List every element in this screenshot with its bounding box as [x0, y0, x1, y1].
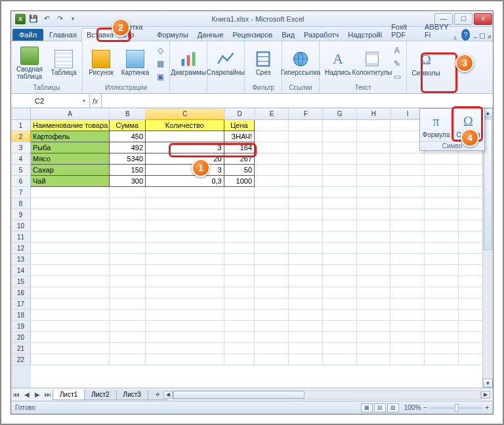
- close-button[interactable]: ✕: [474, 13, 492, 25]
- row-header[interactable]: 21: [11, 343, 31, 354]
- clipart-button[interactable]: Картинка: [119, 43, 151, 84]
- sheet-nav-first-icon[interactable]: ⏮: [11, 390, 22, 400]
- hyperlink-button[interactable]: Гиперссылка: [285, 43, 316, 84]
- fx-icon[interactable]: fx: [93, 97, 98, 105]
- formula-input[interactable]: [102, 94, 493, 108]
- picture-button[interactable]: Рисунок: [85, 43, 117, 84]
- col-header[interactable]: A: [31, 108, 110, 120]
- screenshot-icon[interactable]: ▣: [154, 71, 167, 83]
- row-header[interactable]: 22: [11, 354, 31, 365]
- tab-review[interactable]: Рецензиров: [228, 29, 278, 41]
- save-icon[interactable]: 💾: [28, 14, 39, 24]
- sheet-nav-last-icon[interactable]: ⏭: [43, 390, 53, 400]
- shapes-icon[interactable]: ◇: [154, 45, 167, 56]
- row-header[interactable]: 2: [11, 131, 31, 142]
- col-header[interactable]: D: [225, 108, 255, 120]
- scroll-down-icon[interactable]: ▼: [483, 378, 493, 388]
- tab-developer[interactable]: Разработч: [299, 29, 343, 41]
- row-header[interactable]: 7: [11, 187, 31, 198]
- col-header[interactable]: F: [289, 108, 323, 120]
- cell[interactable]: ЗНАЧ!: [224, 131, 255, 142]
- mdi-restore-icon[interactable]: ☐: [479, 32, 486, 41]
- zoom-slider[interactable]: [430, 407, 482, 409]
- row-header[interactable]: 11: [11, 232, 31, 243]
- view-normal-icon[interactable]: ▦: [361, 403, 373, 413]
- cell[interactable]: 450: [110, 131, 146, 142]
- view-pagelayout-icon[interactable]: ▤: [374, 403, 386, 413]
- headerfooter-button[interactable]: Колонтитулы: [356, 43, 388, 84]
- cell[interactable]: Чай: [31, 176, 110, 187]
- redo-icon[interactable]: ↷: [54, 14, 65, 24]
- cell[interactable]: 1000: [224, 176, 255, 187]
- tab-home[interactable]: Главная: [45, 29, 81, 41]
- cell[interactable]: Мясо: [31, 153, 110, 165]
- row-header[interactable]: 6: [11, 176, 31, 187]
- textbox-button[interactable]: A Надпись: [322, 43, 354, 84]
- qat-dropdown-icon[interactable]: ▾: [68, 14, 78, 24]
- cell[interactable]: 0,3: [146, 176, 224, 187]
- charts-button[interactable]: Диаграммы: [173, 43, 204, 84]
- pivottable-button[interactable]: Сводная таблица: [14, 43, 45, 84]
- row-header[interactable]: 16: [11, 287, 31, 298]
- row-header[interactable]: 1: [11, 120, 31, 131]
- scroll-thumb[interactable]: [173, 391, 304, 399]
- horizontal-scrollbar[interactable]: ◀ ▶: [173, 390, 481, 399]
- equation-button[interactable]: π Формула: [420, 109, 452, 141]
- cell[interactable]: 5340: [110, 153, 146, 165]
- scroll-left-icon[interactable]: ◀: [163, 391, 173, 399]
- cell[interactable]: 3: [146, 142, 224, 153]
- row-header[interactable]: 9: [11, 209, 31, 220]
- row-header[interactable]: 3: [11, 142, 31, 153]
- smartart-icon[interactable]: ▦: [154, 58, 167, 70]
- row-header[interactable]: 5: [11, 165, 31, 176]
- tab-abbyy[interactable]: ABBYY Fi: [420, 21, 453, 41]
- cell[interactable]: 492: [110, 142, 146, 153]
- tab-foxit[interactable]: Foxit PDF: [387, 21, 420, 41]
- cell[interactable]: 300: [110, 176, 146, 187]
- row-header[interactable]: 17: [11, 298, 31, 310]
- row-header[interactable]: 14: [11, 265, 31, 276]
- scroll-right-icon[interactable]: ▶: [481, 391, 490, 399]
- sheet-tab[interactable]: Лист2: [84, 390, 116, 400]
- sigline-icon[interactable]: ✎: [390, 58, 404, 70]
- mdi-close-icon[interactable]: ×: [486, 33, 493, 41]
- cell[interactable]: Рыба: [31, 142, 110, 153]
- col-header[interactable]: B: [110, 108, 146, 120]
- cell[interactable]: 3: [146, 165, 224, 176]
- tab-addins[interactable]: Надстройі: [343, 29, 387, 41]
- row-header[interactable]: 20: [11, 332, 31, 343]
- cell[interactable]: 20: [146, 153, 224, 165]
- row-header[interactable]: 13: [11, 254, 31, 265]
- view-pagebreak-icon[interactable]: ▧: [387, 403, 399, 413]
- help-icon[interactable]: ?: [461, 29, 471, 41]
- sheet-tab[interactable]: Лист3: [116, 390, 148, 400]
- select-all-corner[interactable]: [11, 108, 31, 120]
- cell[interactable]: 50: [224, 165, 255, 176]
- table-header[interactable]: Сумма: [110, 120, 146, 131]
- active-cell[interactable]: [146, 131, 224, 142]
- cell[interactable]: Картофель: [31, 131, 110, 142]
- col-header[interactable]: E: [255, 108, 289, 120]
- slicer-button[interactable]: Срез: [247, 43, 279, 84]
- maximize-button[interactable]: ☐: [454, 13, 472, 25]
- sheet-tab[interactable]: Лист1: [52, 390, 85, 400]
- cell[interactable]: 267: [224, 153, 255, 165]
- cell[interactable]: 164: [224, 142, 255, 153]
- zoom-out-button[interactable]: −: [423, 404, 427, 411]
- object-icon[interactable]: ▭: [390, 71, 404, 83]
- mdi-minimize-icon[interactable]: –: [472, 33, 479, 41]
- col-header[interactable]: C: [146, 108, 224, 120]
- symbols-button[interactable]: Ω Символы: [410, 43, 442, 84]
- undo-icon[interactable]: ↶: [41, 14, 52, 24]
- row-header[interactable]: 18: [11, 310, 31, 321]
- name-box[interactable]: C2: [31, 94, 90, 108]
- tab-file[interactable]: Файл: [12, 29, 43, 41]
- row-header[interactable]: 19: [11, 321, 31, 332]
- tab-formulas[interactable]: Формулы: [152, 29, 193, 41]
- sheet-nav-next-icon[interactable]: ▶: [32, 390, 43, 400]
- row-header[interactable]: 10: [11, 220, 31, 232]
- row-header[interactable]: 12: [11, 243, 31, 254]
- sheet-nav-prev-icon[interactable]: ◀: [22, 390, 32, 400]
- ribbon-minimize-icon[interactable]: ▵: [453, 33, 457, 41]
- row-header[interactable]: 8: [11, 198, 31, 209]
